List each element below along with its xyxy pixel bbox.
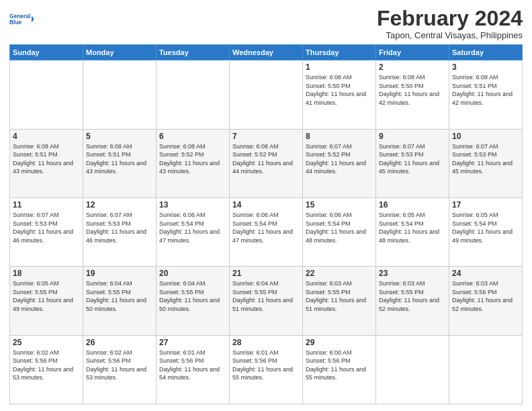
day-info: Sunrise: 6:02 AMSunset: 5:56 PMDaylight:…: [86, 349, 153, 382]
day-number: 8: [306, 132, 373, 141]
day-number: 14: [232, 200, 300, 210]
calendar-cell: [449, 335, 523, 404]
day-info: Sunrise: 6:08 AMSunset: 5:51 PMDaylight:…: [86, 142, 153, 176]
calendar-cell: 18Sunrise: 6:05 AMSunset: 5:55 PMDayligh…: [10, 267, 83, 335]
calendar-cell: 11Sunrise: 6:07 AMSunset: 5:53 PMDayligh…: [10, 197, 83, 266]
day-info: Sunrise: 6:08 AMSunset: 5:52 PMDaylight:…: [232, 142, 300, 176]
calendar-cell: 5Sunrise: 6:08 AMSunset: 5:51 PMDaylight…: [83, 129, 157, 197]
day-number: 20: [159, 269, 226, 278]
day-number: 25: [13, 338, 80, 347]
calendar-cell: 14Sunrise: 6:06 AMSunset: 5:54 PMDayligh…: [230, 197, 303, 266]
calendar-cell: 23Sunrise: 6:03 AMSunset: 5:55 PMDayligh…: [376, 267, 449, 335]
day-number: 16: [379, 200, 446, 210]
day-info: Sunrise: 6:02 AMSunset: 5:56 PMDaylight:…: [13, 349, 80, 382]
day-number: 3: [452, 62, 519, 72]
title-location: Tapon, Central Visayas, Philippines: [377, 30, 523, 40]
calendar-weekday-wednesday: Wednesday: [230, 45, 303, 60]
day-number: 29: [306, 338, 373, 347]
logo-svg: General Blue: [9, 9, 34, 30]
day-info: Sunrise: 6:08 AMSunset: 5:50 PMDaylight:…: [306, 73, 373, 107]
calendar-header-row: SundayMondayTuesdayWednesdayThursdayFrid…: [10, 45, 523, 60]
day-number: 21: [232, 269, 300, 278]
calendar-cell: [10, 60, 83, 129]
day-info: Sunrise: 6:08 AMSunset: 5:51 PMDaylight:…: [452, 73, 519, 107]
day-number: 26: [86, 338, 153, 347]
calendar-weekday-thursday: Thursday: [303, 45, 376, 60]
day-info: Sunrise: 6:04 AMSunset: 5:55 PMDaylight:…: [232, 279, 300, 313]
day-number: 1: [306, 62, 373, 72]
day-info: Sunrise: 6:07 AMSunset: 5:52 PMDaylight:…: [306, 142, 373, 176]
calendar-cell: [376, 335, 449, 404]
day-info: Sunrise: 6:03 AMSunset: 5:55 PMDaylight:…: [379, 279, 446, 313]
header: General Blue February 2024 Tapon, Centra…: [9, 7, 523, 40]
calendar-cell: 20Sunrise: 6:04 AMSunset: 5:55 PMDayligh…: [157, 267, 230, 335]
calendar-cell: 25Sunrise: 6:02 AMSunset: 5:56 PMDayligh…: [10, 335, 83, 404]
calendar-cell: 2Sunrise: 6:08 AMSunset: 5:50 PMDaylight…: [376, 60, 449, 129]
day-info: Sunrise: 6:08 AMSunset: 5:51 PMDaylight:…: [13, 142, 80, 176]
calendar-weekday-friday: Friday: [376, 45, 449, 60]
day-number: 7: [232, 132, 300, 141]
day-info: Sunrise: 6:07 AMSunset: 5:53 PMDaylight:…: [86, 211, 153, 244]
day-number: 19: [86, 269, 153, 278]
calendar-weekday-saturday: Saturday: [449, 45, 523, 60]
calendar-cell: [230, 60, 303, 129]
day-number: 17: [452, 200, 519, 210]
calendar-cell: 4Sunrise: 6:08 AMSunset: 5:51 PMDaylight…: [10, 129, 83, 197]
day-info: Sunrise: 6:05 AMSunset: 5:54 PMDaylight:…: [452, 211, 519, 244]
day-number: 24: [452, 269, 519, 278]
calendar-cell: 7Sunrise: 6:08 AMSunset: 5:52 PMDaylight…: [230, 129, 303, 197]
calendar-cell: 27Sunrise: 6:01 AMSunset: 5:56 PMDayligh…: [157, 335, 230, 404]
calendar-cell: 13Sunrise: 6:06 AMSunset: 5:54 PMDayligh…: [157, 197, 230, 266]
calendar-table: SundayMondayTuesdayWednesdayThursdayFrid…: [9, 44, 523, 404]
day-info: Sunrise: 6:08 AMSunset: 5:50 PMDaylight:…: [379, 73, 446, 107]
svg-marker-2: [32, 16, 34, 23]
calendar-weekday-monday: Monday: [83, 45, 157, 60]
calendar-cell: 6Sunrise: 6:08 AMSunset: 5:52 PMDaylight…: [157, 129, 230, 197]
calendar-cell: [157, 60, 230, 129]
calendar-cell: [83, 60, 157, 129]
calendar-weekday-sunday: Sunday: [10, 45, 83, 60]
calendar-week-4: 18Sunrise: 6:05 AMSunset: 5:55 PMDayligh…: [10, 267, 523, 335]
calendar-cell: 16Sunrise: 6:05 AMSunset: 5:54 PMDayligh…: [376, 197, 449, 266]
day-info: Sunrise: 6:03 AMSunset: 5:55 PMDaylight:…: [306, 279, 373, 313]
calendar-cell: 1Sunrise: 6:08 AMSunset: 5:50 PMDaylight…: [303, 60, 376, 129]
day-number: 15: [306, 200, 373, 210]
day-info: Sunrise: 6:07 AMSunset: 5:53 PMDaylight:…: [452, 142, 519, 176]
calendar-cell: 29Sunrise: 6:00 AMSunset: 5:56 PMDayligh…: [303, 335, 376, 404]
day-info: Sunrise: 6:04 AMSunset: 5:55 PMDaylight:…: [159, 279, 226, 313]
calendar-cell: 26Sunrise: 6:02 AMSunset: 5:56 PMDayligh…: [83, 335, 157, 404]
day-info: Sunrise: 6:07 AMSunset: 5:53 PMDaylight:…: [13, 211, 80, 244]
day-number: 9: [379, 132, 446, 141]
day-number: 5: [86, 132, 153, 141]
day-info: Sunrise: 6:06 AMSunset: 5:54 PMDaylight:…: [159, 211, 226, 244]
day-number: 18: [13, 269, 80, 278]
calendar-body: 1Sunrise: 6:08 AMSunset: 5:50 PMDaylight…: [10, 60, 523, 404]
title-block: February 2024 Tapon, Central Visayas, Ph…: [377, 7, 523, 40]
calendar-cell: 24Sunrise: 6:03 AMSunset: 5:56 PMDayligh…: [449, 267, 523, 335]
title-month: February 2024: [377, 7, 523, 30]
day-info: Sunrise: 6:05 AMSunset: 5:54 PMDaylight:…: [379, 211, 446, 244]
day-number: 28: [232, 338, 300, 347]
day-info: Sunrise: 6:00 AMSunset: 5:56 PMDaylight:…: [306, 349, 373, 382]
day-number: 12: [86, 200, 153, 210]
day-number: 22: [306, 269, 373, 278]
day-info: Sunrise: 6:06 AMSunset: 5:54 PMDaylight:…: [232, 211, 300, 244]
day-info: Sunrise: 6:05 AMSunset: 5:55 PMDaylight:…: [13, 279, 80, 313]
calendar-cell: 21Sunrise: 6:04 AMSunset: 5:55 PMDayligh…: [230, 267, 303, 335]
day-info: Sunrise: 6:07 AMSunset: 5:53 PMDaylight:…: [379, 142, 446, 176]
page: General Blue February 2024 Tapon, Centra…: [0, 0, 532, 411]
calendar-cell: 12Sunrise: 6:07 AMSunset: 5:53 PMDayligh…: [83, 197, 157, 266]
calendar-week-3: 11Sunrise: 6:07 AMSunset: 5:53 PMDayligh…: [10, 197, 523, 266]
calendar-cell: 9Sunrise: 6:07 AMSunset: 5:53 PMDaylight…: [376, 129, 449, 197]
day-info: Sunrise: 6:01 AMSunset: 5:56 PMDaylight:…: [232, 349, 300, 382]
day-number: 27: [159, 338, 226, 347]
calendar-cell: 3Sunrise: 6:08 AMSunset: 5:51 PMDaylight…: [449, 60, 523, 129]
day-number: 10: [452, 132, 519, 141]
day-number: 6: [159, 132, 226, 141]
day-info: Sunrise: 6:04 AMSunset: 5:55 PMDaylight:…: [86, 279, 153, 313]
day-info: Sunrise: 6:03 AMSunset: 5:56 PMDaylight:…: [452, 279, 519, 313]
calendar-cell: 8Sunrise: 6:07 AMSunset: 5:52 PMDaylight…: [303, 129, 376, 197]
day-number: 2: [379, 62, 446, 72]
calendar-cell: 17Sunrise: 6:05 AMSunset: 5:54 PMDayligh…: [449, 197, 523, 266]
calendar-cell: 10Sunrise: 6:07 AMSunset: 5:53 PMDayligh…: [449, 129, 523, 197]
